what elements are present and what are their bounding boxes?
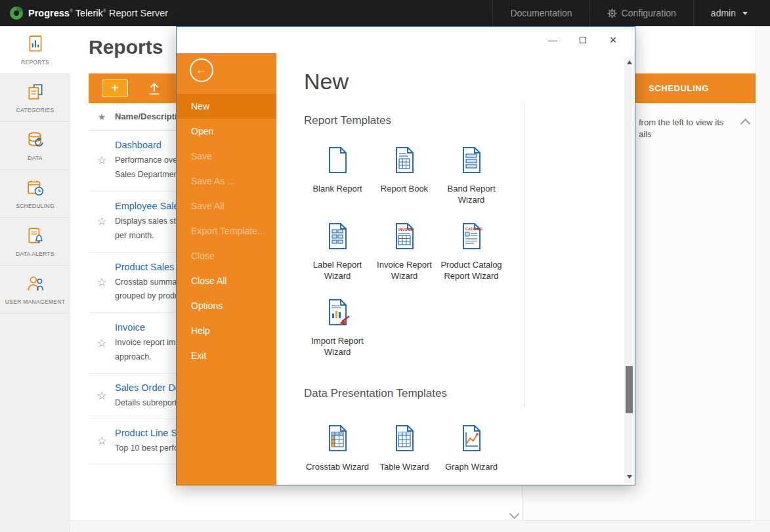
template-label: Import Report Wizard: [304, 336, 371, 358]
template-label: Report Book: [381, 184, 428, 195]
horizontal-scrollbar-track[interactable]: [70, 520, 770, 532]
sidebar-item-data[interactable]: DATA: [0, 122, 70, 170]
sidebar-item-user-management[interactable]: USER MANAGEMENT: [0, 266, 70, 314]
user-menu[interactable]: admin: [693, 0, 770, 26]
page-scrollbar-track[interactable]: [756, 26, 770, 532]
maximize-button[interactable]: [568, 27, 598, 53]
sidebar-item-scheduling[interactable]: SCHEDULING: [0, 170, 70, 218]
details-placeholder-text: from the left to view its ails: [639, 117, 750, 140]
report-desc: approach.: [115, 350, 180, 365]
section-title-report-templates: Report Templates: [304, 114, 624, 127]
template-table-wizard[interactable]: Table Wizard: [371, 422, 438, 481]
template-row: Label Report Wizard INVOICE Invoice Repo…: [304, 220, 624, 297]
app-screen: Progress® Telerik® Report Server Documen…: [0, 0, 770, 532]
menu-item-help[interactable]: Help: [177, 318, 276, 343]
template-import-report-wizard[interactable]: Import Report Wizard: [304, 297, 371, 373]
template-crosstab-wizard[interactable]: Crosstab Wizard: [304, 422, 371, 481]
favorite-star-icon[interactable]: ☆: [89, 313, 115, 373]
report-name[interactable]: Invoice: [115, 322, 180, 333]
menu-item-open[interactable]: Open: [177, 119, 276, 144]
report-name[interactable]: Employee Sale: [115, 201, 181, 211]
sidebar-label: CATEGORIES: [14, 107, 55, 113]
scheduling-panel-header: SCHEDULING: [649, 73, 709, 103]
sidebar-label: DATA ALERTS: [14, 251, 56, 257]
menu-item-close-all[interactable]: Close All: [177, 268, 276, 293]
configuration-link[interactable]: Configuration: [589, 0, 693, 26]
template-label-report-wizard[interactable]: Label Report Wizard: [304, 220, 371, 297]
reports-icon: [26, 34, 45, 54]
back-button[interactable]: ←: [190, 58, 213, 82]
report-desc: Crosstab summa: [115, 276, 179, 290]
scrollbar-up-icon[interactable]: [627, 60, 632, 64]
template-label: Invoice Report Wizard: [371, 260, 438, 282]
report-desc: grouped by produ: [115, 289, 179, 304]
template-report-book[interactable]: Report Book: [371, 144, 438, 220]
sidebar-item-data-alerts[interactable]: DATA ALERTS: [0, 218, 70, 266]
file-menu: ← New Open Save Save As ... Save All Exp…: [177, 53, 276, 485]
topbar: Progress® Telerik® Report Server Documen…: [0, 0, 770, 26]
scroll-up-icon[interactable]: [742, 120, 749, 127]
report-desc: Details subreport: [115, 396, 181, 411]
sidebar-item-reports[interactable]: REPORTS: [0, 26, 70, 74]
scroll-down-icon[interactable]: [511, 510, 518, 518]
report-book-icon: [389, 144, 420, 176]
template-band-report-wizard[interactable]: Band Report Wizard: [438, 144, 505, 220]
dialog-heading: New: [304, 69, 624, 94]
brand: Progress® Telerik® Report Server: [0, 6, 168, 20]
favorite-star-icon[interactable]: ☆: [89, 374, 115, 419]
label-report-icon: [322, 220, 353, 252]
brand-text: Progress® Telerik® Report Server: [28, 8, 168, 18]
close-button[interactable]: ×: [598, 27, 628, 53]
template-label: Graph Wizard: [445, 462, 498, 473]
favorite-column-icon[interactable]: ★: [89, 112, 115, 122]
favorite-star-icon[interactable]: ☆: [89, 131, 115, 191]
favorite-star-icon[interactable]: ☆: [89, 419, 115, 464]
scrollbar-down-icon[interactable]: [627, 475, 632, 479]
report-name[interactable]: Dashboard: [115, 140, 181, 150]
chevron-down-icon: [742, 12, 748, 15]
report-designer-dialog: — × ← New Open Save Save As ... Save All…: [176, 26, 635, 485]
band-report-icon: [456, 144, 487, 176]
minimize-button[interactable]: —: [538, 27, 568, 53]
menu-item-exit[interactable]: Exit: [177, 343, 276, 368]
report-desc: Sales Department: [115, 168, 181, 182]
menu-item-options[interactable]: Options: [177, 293, 276, 318]
maximize-icon: [580, 37, 586, 43]
template-graph-wizard[interactable]: Graph Wizard: [438, 422, 505, 481]
report-name[interactable]: Product Line Sa: [115, 428, 182, 438]
template-label: Band Report Wizard: [438, 184, 505, 206]
favorite-star-icon[interactable]: ☆: [89, 192, 115, 252]
menu-item-close: Close: [177, 243, 276, 268]
template-label: Crosstab Wizard: [306, 462, 369, 473]
menu-item-export-template: Export Template...: [177, 218, 276, 243]
menu-item-save-all: Save All: [177, 194, 276, 218]
report-desc: Top 10 best perfo: [115, 441, 182, 456]
scheduling-icon: [26, 178, 45, 197]
sidebar-label: REPORTS: [20, 59, 51, 66]
sidebar-item-categories[interactable]: CATEGORIES: [0, 74, 70, 122]
template-blank-report[interactable]: Blank Report: [304, 144, 371, 220]
upload-button[interactable]: [145, 79, 163, 97]
report-desc: Performance over: [115, 153, 181, 168]
invoice-report-icon: INVOICE: [389, 220, 420, 252]
blank-report-icon: [322, 144, 353, 176]
data-icon: [26, 130, 45, 150]
page-title: Reports: [89, 36, 163, 58]
upload-icon: [147, 81, 161, 96]
add-report-button[interactable]: +: [102, 79, 128, 97]
dialog-divider: [524, 102, 524, 407]
report-desc: Displays sales sta: [115, 215, 181, 229]
scrollbar-thumb[interactable]: [626, 366, 633, 413]
documentation-link[interactable]: Documentation: [492, 0, 589, 26]
menu-item-new[interactable]: New: [177, 94, 276, 119]
sidebar-label: DATA: [26, 155, 44, 161]
invoice-badge-text: INVOICE: [398, 228, 414, 232]
template-label: Product Catalog Report Wizard: [438, 260, 505, 282]
report-name[interactable]: Product Sales: [115, 262, 179, 272]
report-name[interactable]: Sales Order De: [115, 382, 181, 393]
template-invoice-report-wizard[interactable]: INVOICE Invoice Report Wizard: [371, 220, 438, 297]
template-product-catalog-report-wizard[interactable]: CATALOG Product Catalog Report Wizard: [438, 220, 505, 297]
dialog-scrollbar[interactable]: [624, 56, 634, 483]
sidebar: REPORTS CATEGORIES DATA: [0, 26, 70, 532]
favorite-star-icon[interactable]: ☆: [89, 253, 115, 313]
